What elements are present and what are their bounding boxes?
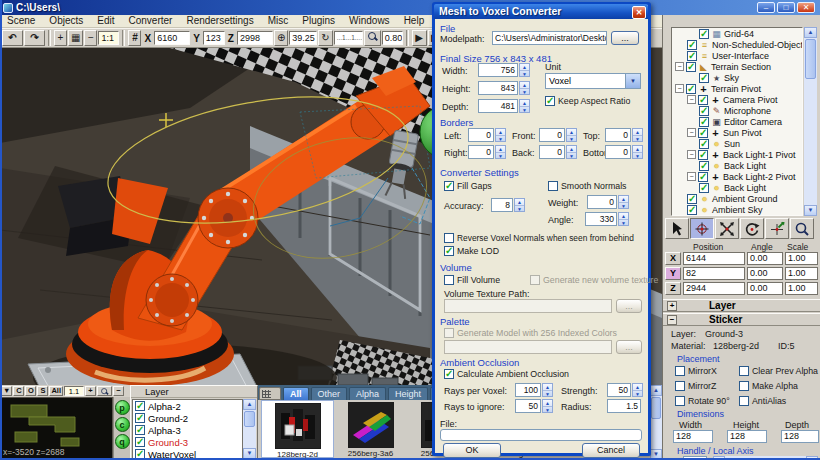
keep-aspect-checkbox[interactable]: Keep Aspect Ratio <box>545 96 630 106</box>
tree-item[interactable]: Camera Pivot <box>672 94 802 105</box>
border-top-spinner[interactable] <box>632 128 643 142</box>
checkbox[interactable] <box>699 183 709 193</box>
rays-field[interactable]: 100 <box>515 383 541 397</box>
select-tool-icon[interactable] <box>665 218 689 239</box>
make-alpha-checkbox[interactable]: Make Alpha <box>739 381 798 391</box>
unit-dropdown[interactable]: Voxel <box>545 73 641 89</box>
minimap-o-button[interactable]: O <box>25 386 36 396</box>
file-field[interactable] <box>440 429 642 441</box>
checkbox[interactable] <box>698 128 708 138</box>
checkbox[interactable] <box>699 161 709 171</box>
smooth-normals-checkbox[interactable]: Smooth Normals <box>548 181 627 191</box>
checkbox[interactable] <box>699 117 709 127</box>
layer-list-item[interactable]: Alpha-3 <box>133 424 242 436</box>
border-bottom-spinner[interactable] <box>632 145 643 159</box>
thumbnail[interactable]: 256berg-3a6 <box>334 400 407 458</box>
menu-converter[interactable]: Converter <box>122 15 180 27</box>
tree-item[interactable]: Grid-64 <box>672 28 802 39</box>
collapse-icon[interactable] <box>687 150 696 159</box>
minimap-s-button[interactable]: S <box>37 386 48 396</box>
expand-icon[interactable]: + <box>667 301 677 311</box>
menu-help[interactable]: Help <box>397 15 432 27</box>
scroll-up-icon[interactable]: ▲ <box>804 27 817 38</box>
minimap-plus-button[interactable]: + <box>85 386 96 396</box>
tree-item[interactable]: Terrain Pivot <box>672 83 802 94</box>
checkbox[interactable] <box>675 381 685 391</box>
collapse-icon[interactable] <box>687 172 696 181</box>
scale-field[interactable]: 0.80 <box>382 31 403 45</box>
scroll-down-icon[interactable]: ▼ <box>804 205 817 216</box>
checkbox[interactable] <box>687 40 697 50</box>
ignore-spinner[interactable] <box>542 399 553 413</box>
rotate-tool-icon[interactable] <box>740 218 764 239</box>
checkbox[interactable] <box>675 366 685 376</box>
tree-item[interactable]: Back Light-1 Pivot <box>672 149 802 160</box>
x-coord-field[interactable]: 6160 <box>154 31 190 45</box>
border-right-field[interactable]: 0 <box>468 145 494 159</box>
z-scale-field[interactable]: 1.00 <box>785 282 818 295</box>
clear-prev-alpha-checkbox[interactable]: Clear Prev Alpha <box>739 366 818 376</box>
tab-height[interactable]: Height <box>388 387 428 400</box>
y-position-field[interactable]: 82 <box>683 267 745 280</box>
z-angle-field[interactable]: 0.00 <box>747 282 783 295</box>
x-angle-field[interactable]: 0.00 <box>747 252 783 265</box>
magnifier-icon[interactable] <box>364 30 381 46</box>
menu-rendersettings[interactable]: Rendersettings <box>179 15 260 27</box>
antialias-checkbox[interactable]: AntiAlias <box>739 396 786 406</box>
accuracy-field[interactable]: 8 <box>491 198 513 212</box>
collapse-icon[interactable] <box>687 95 696 104</box>
ok-button[interactable]: OK <box>443 443 501 458</box>
tab-all[interactable]: All <box>283 387 309 400</box>
reverse-normals-checkbox[interactable]: Reverse Voxel Normals when seen from beh… <box>444 233 634 243</box>
border-bottom-field[interactable]: 0 <box>605 145 631 159</box>
minimap-magnifier-button[interactable] <box>97 386 112 396</box>
dialog-close-icon[interactable]: ✕ <box>632 6 646 19</box>
menu-objects[interactable]: Objects <box>42 15 90 27</box>
checkbox[interactable] <box>739 396 749 406</box>
tab-other[interactable]: Other <box>311 387 348 400</box>
checkbox[interactable] <box>135 425 145 435</box>
scale-tool-icon[interactable] <box>715 218 739 239</box>
chevron-down-icon[interactable] <box>625 74 640 88</box>
collapse-icon[interactable]: − <box>667 315 677 325</box>
ignore-field[interactable]: 50 <box>515 399 541 413</box>
minimap-zoom-field[interactable]: 1.1 <box>64 386 84 396</box>
undo-button[interactable]: ↶ <box>2 30 23 46</box>
checkbox[interactable] <box>687 205 697 215</box>
play-button[interactable]: ▶ <box>412 30 427 46</box>
layer-section-header[interactable]: + Layer <box>663 299 820 312</box>
y-axis-button[interactable]: Y <box>665 267 681 280</box>
menu-windows[interactable]: Windows <box>342 15 397 27</box>
x-scale-field[interactable]: 1.00 <box>785 252 818 265</box>
z-position-field[interactable]: 2944 <box>683 282 745 295</box>
ruler-field[interactable]: ...1...1....2 <box>334 31 363 45</box>
fill-volume-checkbox[interactable]: Fill Volume <box>444 275 500 285</box>
grid-toggle-icon[interactable]: ▦ <box>68 30 83 46</box>
modelpath-browse-button[interactable]: ... <box>611 31 639 45</box>
collapse-icon[interactable] <box>675 84 684 93</box>
menu-scene[interactable]: Scene <box>0 15 42 27</box>
tree-scrollbar[interactable]: ▲ ▼ <box>804 27 817 216</box>
snap-move-tool-icon[interactable] <box>765 218 789 239</box>
border-left-spinner[interactable] <box>495 128 506 142</box>
collapse-icon[interactable] <box>675 62 684 71</box>
cancel-button[interactable]: Cancel <box>582 443 640 458</box>
accuracy-spinner[interactable] <box>514 198 525 212</box>
checkbox[interactable] <box>698 150 708 160</box>
redo-button[interactable]: ↷ <box>24 30 45 46</box>
tree-item[interactable]: Ambient Ground <box>672 193 802 204</box>
minimize-button[interactable]: ‒ <box>757 2 775 13</box>
tree-item[interactable]: Terrain Section <box>672 61 802 72</box>
zoom-in-button[interactable]: + <box>54 30 67 46</box>
dialog-title[interactable]: Mesh to Voxel Converter <box>434 4 648 19</box>
border-left-field[interactable]: 0 <box>468 128 494 142</box>
y-coord-field[interactable]: 123 <box>203 31 225 45</box>
radius-field[interactable]: 1.5 <box>607 399 641 413</box>
angle-spinner[interactable] <box>618 212 629 226</box>
y-angle-field[interactable]: 0.00 <box>747 267 783 280</box>
minimap-arrow-button[interactable]: ▼ <box>1 386 12 396</box>
checkbox[interactable] <box>675 396 685 406</box>
checkbox[interactable] <box>444 246 454 256</box>
weight-spinner[interactable] <box>618 195 629 209</box>
tree-item[interactable]: User-Interface <box>672 50 802 61</box>
